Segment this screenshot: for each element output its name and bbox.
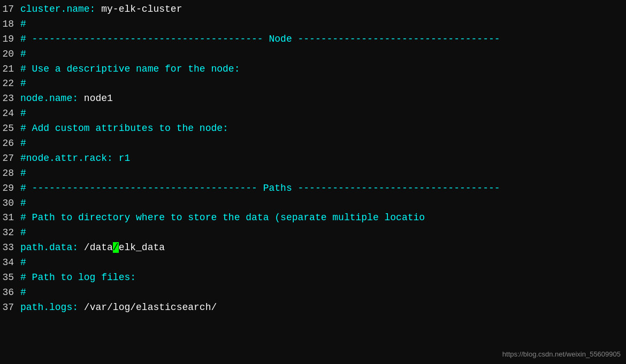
code-token: # — [20, 138, 26, 149]
line-content: # — [20, 136, 626, 151]
line-content: #node.attr.rack: r1 — [20, 151, 626, 166]
code-token: #node.attr.rack: r1 — [20, 153, 130, 164]
line-content: # — [20, 226, 626, 241]
table-row: 37path.logs: /var/log/elasticsearch/ — [0, 300, 626, 315]
line-content: # Path to log files: — [20, 270, 626, 285]
line-number: 36 — [0, 285, 20, 300]
line-number: 19 — [0, 32, 20, 47]
line-content: # — [20, 17, 626, 32]
line-number: 27 — [0, 151, 20, 166]
code-token: /var/log/elasticsearch/ — [84, 302, 217, 313]
code-token: # — [20, 227, 26, 238]
code-token: # Add custom attributes to the node: — [20, 123, 228, 134]
line-content: # --------------------------------------… — [20, 32, 626, 47]
line-content: # Path to directory where to store the d… — [20, 211, 626, 226]
line-content: path.data: /data/elk_data — [20, 241, 626, 255]
table-row: 23node.name: node1 — [0, 91, 626, 106]
code-token: # — [20, 108, 26, 119]
table-row: 27#node.attr.rack: r1 — [0, 151, 626, 166]
code-token: /data — [84, 242, 113, 253]
line-content: # Use a descriptive name for the node: — [20, 62, 626, 77]
line-content: # — [20, 285, 626, 300]
line-content: # --------------------------------------… — [20, 181, 626, 196]
table-row: 18# — [0, 17, 626, 32]
code-token: # Path to directory where to store the d… — [20, 212, 425, 223]
code-token: cluster.name: — [20, 4, 101, 14]
table-row: 28# — [0, 166, 626, 181]
code-token: node1 — [84, 93, 113, 104]
line-content: node.name: node1 — [20, 91, 626, 106]
table-row: 21# Use a descriptive name for the node: — [0, 62, 626, 77]
table-row: 25# Add custom attributes to the node: — [0, 121, 626, 136]
line-content: # — [20, 255, 626, 270]
table-row: 34# — [0, 255, 626, 270]
line-content: # — [20, 106, 626, 121]
table-row: 29# ------------------------------------… — [0, 181, 626, 196]
table-row: 33path.data: /data/elk_data — [0, 241, 626, 255]
line-content: # Add custom attributes to the node: — [20, 121, 626, 136]
code-token: # — [20, 168, 26, 179]
table-row: 30# — [0, 196, 626, 211]
code-token: # --------------------------------------… — [20, 34, 500, 44]
line-content: # — [20, 166, 626, 181]
line-number: 21 — [0, 62, 20, 77]
table-row: 31# Path to directory where to store the… — [0, 211, 626, 226]
line-number: 17 — [0, 2, 20, 17]
code-token: # — [20, 19, 26, 29]
line-number: 25 — [0, 121, 20, 136]
table-row: 26# — [0, 136, 626, 151]
code-token: # Use a descriptive name for the node: — [20, 64, 240, 74]
line-content: # — [20, 196, 626, 211]
line-number: 18 — [0, 17, 20, 32]
code-token: path.data: — [20, 242, 84, 253]
line-content: # — [20, 47, 626, 62]
table-row: 20# — [0, 47, 626, 62]
line-number: 26 — [0, 136, 20, 151]
line-content: cluster.name: my-elk-cluster — [20, 2, 626, 17]
code-token: node.name: — [20, 93, 84, 104]
line-number: 34 — [0, 255, 20, 270]
line-number: 20 — [0, 47, 20, 62]
line-number: 37 — [0, 300, 20, 315]
code-token: # — [20, 78, 26, 89]
line-number: 22 — [0, 76, 20, 91]
code-token: # — [20, 198, 26, 208]
table-row: 36# — [0, 285, 626, 300]
table-row: 22# — [0, 76, 626, 91]
code-token: path.logs: — [20, 302, 84, 313]
line-number: 28 — [0, 166, 20, 181]
table-row: 35# Path to log files: — [0, 270, 626, 285]
code-token: / — [113, 242, 119, 253]
line-number: 35 — [0, 270, 20, 285]
code-token: # — [20, 257, 26, 268]
code-token: # — [20, 49, 26, 59]
line-content: path.logs: /var/log/elasticsearch/ — [20, 300, 626, 315]
code-token: elk_data — [119, 242, 165, 253]
line-number: 33 — [0, 241, 20, 255]
line-number: 29 — [0, 181, 20, 196]
line-number: 31 — [0, 211, 20, 226]
line-number: 23 — [0, 91, 20, 106]
code-token: # --------------------------------------… — [20, 183, 500, 193]
line-number: 32 — [0, 226, 20, 241]
code-token: my-elk-cluster — [101, 4, 182, 14]
watermark: https://blog.csdn.net/weixin_55609905 — [502, 349, 621, 360]
line-content: # — [20, 76, 626, 91]
code-editor: 17cluster.name: my-elk-cluster18#19# ---… — [0, 0, 626, 364]
line-number: 30 — [0, 196, 20, 211]
code-token: # — [20, 287, 26, 298]
table-row: 19# ------------------------------------… — [0, 32, 626, 47]
table-row: 17cluster.name: my-elk-cluster — [0, 2, 626, 17]
line-number: 24 — [0, 106, 20, 121]
table-row: 32# — [0, 226, 626, 241]
table-row: 24# — [0, 106, 626, 121]
code-token: # Path to log files: — [20, 272, 136, 283]
